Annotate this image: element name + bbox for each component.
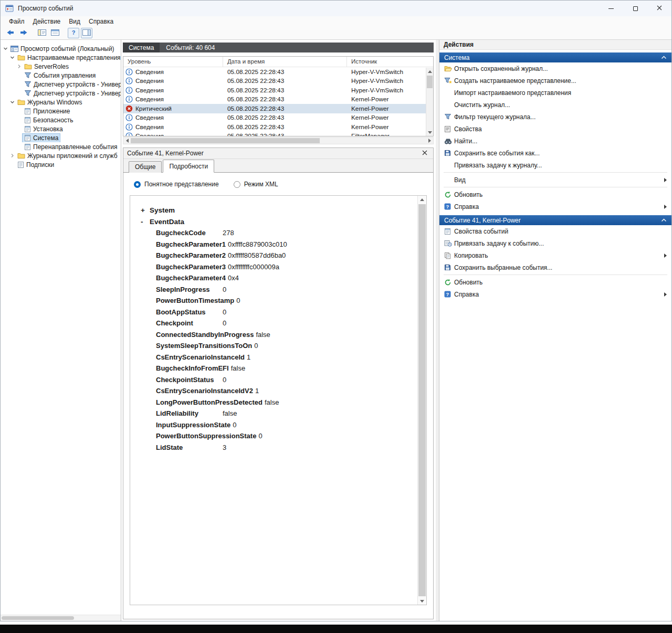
action-item[interactable]: Фильтр текущего журнала... <box>439 111 671 123</box>
event-row[interactable]: Сведения05.08.2025 22:28:43Hyper-V-VmSwi… <box>123 86 433 95</box>
maximize-button[interactable] <box>623 1 647 16</box>
menu-item[interactable]: Файл <box>5 17 29 26</box>
menu-item[interactable]: Справка <box>85 17 118 26</box>
taskbar[interactable] <box>0 625 672 633</box>
scroll-left-icon[interactable] <box>123 138 131 144</box>
column-header-level[interactable]: Уровень <box>123 57 223 67</box>
tree-item-content: Просмотр событий (Локальный) <box>9 45 116 53</box>
close-button[interactable] <box>647 1 671 16</box>
action-item[interactable]: Создать настраиваемое представление... <box>439 75 671 87</box>
help-toolbar-icon: ? <box>70 29 77 38</box>
tab-general[interactable]: Общие <box>129 161 162 173</box>
property-name: BugcheckParameter2 <box>156 251 228 259</box>
tree-item[interactable]: Диспетчер устройств - Универс... <box>1 80 121 89</box>
scroll-right-icon[interactable] <box>426 138 433 144</box>
chevron-expanded-icon[interactable] <box>9 55 16 60</box>
radio-friendly-view[interactable]: Понятное представление <box>134 181 219 188</box>
help-icon: ? <box>444 203 454 210</box>
nav-back-button[interactable] <box>5 28 16 38</box>
action-item-label: Фильтр текущего журнала... <box>454 113 536 121</box>
event-level-cell: Сведения <box>123 77 223 85</box>
tree-item[interactable]: ServerRoles <box>1 62 121 71</box>
show-action-pane-button[interactable] <box>81 28 92 38</box>
screen: Просмотр событий ФайлДействиеВидСправка … <box>0 0 672 633</box>
tree-item[interactable]: События управления <box>1 71 121 80</box>
event-list-horizontal-scrollbar[interactable] <box>123 137 434 144</box>
action-item[interactable]: ?Справка <box>439 201 671 213</box>
chevron-collapsed-icon[interactable] <box>16 64 23 69</box>
chevron-expanded-icon[interactable] <box>2 46 9 51</box>
tree-horizontal-scrollbar[interactable] <box>1 615 121 621</box>
event-row[interactable]: Сведения05.08.2025 22:28:43Kernel-Power <box>123 113 433 123</box>
scrollbar-thumb[interactable] <box>2 616 74 620</box>
column-header-source[interactable]: Источник <box>347 57 433 67</box>
toolbar-separator <box>62 33 66 34</box>
info-icon <box>125 96 133 103</box>
scrollbar-thumb[interactable] <box>418 204 426 596</box>
scroll-down-icon[interactable] <box>426 129 433 136</box>
tree-item[interactable]: Безопасность <box>1 115 121 124</box>
scroll-up-icon[interactable] <box>418 196 426 203</box>
chevron-expanded-icon[interactable] <box>9 99 16 105</box>
action-item[interactable]: Найти... <box>439 135 671 147</box>
tree-item[interactable]: Перенаправленные события <box>1 142 121 151</box>
tree-item[interactable]: Настраиваемые представления <box>1 53 121 62</box>
action-item[interactable]: Привязать задачу к журналу... <box>439 159 671 171</box>
event-list-vertical-scrollbar[interactable] <box>426 68 433 136</box>
scroll-up-icon[interactable] <box>426 68 433 75</box>
action-item[interactable]: Вид <box>439 174 671 186</box>
event-row[interactable]: Сведения05.08.2025 22:28:43Kernel-Power <box>123 95 433 104</box>
column-header-datetime[interactable]: Дата и время <box>223 57 347 67</box>
action-section-header[interactable]: Система <box>439 52 671 62</box>
tree-item[interactable]: Журналы Windows <box>1 98 121 107</box>
event-row[interactable]: Критический05.08.2025 22:28:43Kernel-Pow… <box>123 104 433 113</box>
minimize-button[interactable] <box>599 1 623 16</box>
action-item[interactable]: ?Справка <box>439 288 671 300</box>
tree-item[interactable]: Просмотр событий (Локальный) <box>1 44 121 53</box>
detail-section-header[interactable]: -EventData <box>141 216 412 228</box>
menu-item[interactable]: Вид <box>65 17 85 26</box>
detail-property: SleepInProgress0 <box>156 284 412 296</box>
tree-item[interactable]: Приложение <box>1 107 121 115</box>
action-item[interactable]: Сохранить выбранные события... <box>439 261 671 273</box>
action-item[interactable]: Обновить <box>439 188 671 201</box>
action-item-label: Свойства <box>454 125 482 133</box>
detail-property: BugcheckParameter30xffffffffc000009a <box>156 261 412 273</box>
export-list-button[interactable] <box>49 28 61 38</box>
menu-item[interactable]: Действие <box>29 17 65 26</box>
action-item[interactable]: Свойства <box>439 123 671 135</box>
event-row[interactable]: Сведения05.08.2025 22:28:43Hyper-V-VmSwi… <box>123 77 433 86</box>
tree-item[interactable]: Система <box>1 133 121 142</box>
event-row[interactable]: Сведения05.08.2025 22:28:43Kernel-Power <box>123 122 433 132</box>
nav-forward-button[interactable] <box>18 28 29 38</box>
action-item[interactable]: Импорт настраиваемого представления <box>439 87 671 99</box>
action-item[interactable]: Обновить <box>439 276 671 288</box>
details-vertical-scrollbar[interactable] <box>417 196 426 605</box>
action-item[interactable]: Привязать задачу к событию... <box>439 237 671 249</box>
close-details-button[interactable] <box>420 149 429 157</box>
show-console-tree-button[interactable] <box>36 28 48 38</box>
action-section-header[interactable]: Событие 41, Kernel-Power <box>439 215 671 225</box>
help-button[interactable]: ? <box>68 28 79 38</box>
action-item[interactable]: Сохранить все события как... <box>439 147 671 159</box>
action-item[interactable]: Свойства событий <box>439 225 671 237</box>
detail-section-header[interactable]: +System <box>141 205 412 216</box>
tree-item[interactable]: Диспетчер устройств - Универс... <box>1 89 121 98</box>
chevron-collapsed-icon[interactable] <box>9 153 16 159</box>
tree-item[interactable]: Установка <box>1 124 121 133</box>
event-row[interactable]: Сведения05.08.2025 22:28:43FilterManager <box>123 132 433 137</box>
action-item-label: Открыть сохраненный журнал... <box>454 65 548 72</box>
radio-xml-view[interactable]: Режим XML <box>234 181 278 188</box>
scrollbar-thumb[interactable] <box>131 138 320 143</box>
actions-panel: Действия СистемаОткрыть сохраненный журн… <box>439 40 671 621</box>
action-item[interactable]: Очистить журнал... <box>439 99 671 111</box>
tab-details[interactable]: Подробности <box>163 160 214 173</box>
tree-item[interactable]: Журналы приложений и служб <box>1 151 121 160</box>
tree-item[interactable]: Подписки <box>1 160 121 169</box>
property-value: 0x4 <box>228 274 239 282</box>
action-item[interactable]: Открыть сохраненный журнал... <box>439 62 671 75</box>
event-row[interactable]: Сведения05.08.2025 22:28:43Hyper-V-VmSwi… <box>123 67 433 77</box>
action-item[interactable]: Копировать <box>439 249 671 261</box>
scroll-down-icon[interactable] <box>418 597 426 605</box>
scrollbar-thumb[interactable] <box>427 76 433 88</box>
